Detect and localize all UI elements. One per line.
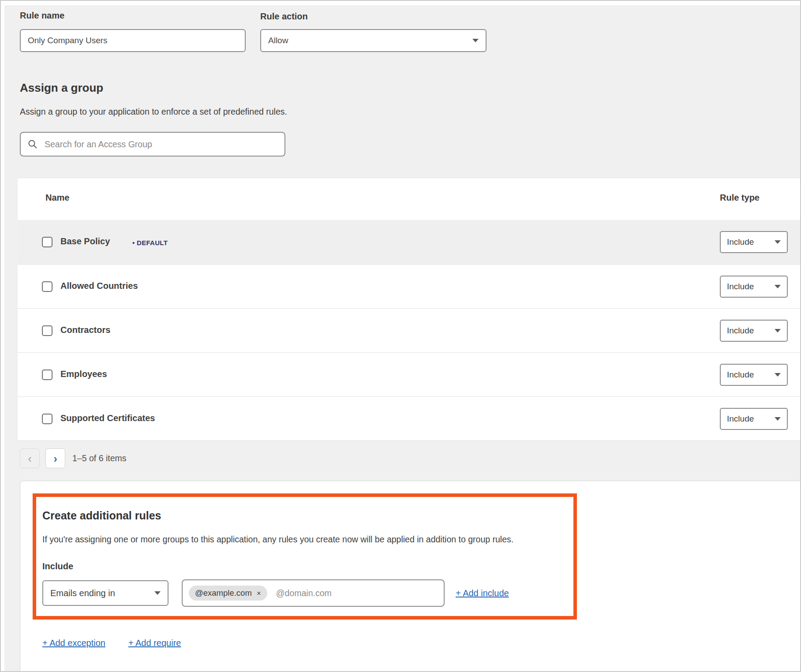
add-exception-link[interactable]: + Add exception (42, 638, 105, 648)
highlight-box: Create additional rules If you're assign… (33, 493, 577, 620)
domain-chip[interactable]: @example.com× (189, 586, 267, 601)
include-label: Include (42, 561, 565, 571)
assign-group-heading: Assign a group (20, 81, 103, 95)
rule-type-dropdown[interactable]: Include (720, 408, 788, 430)
rule-action-value: Allow (268, 36, 288, 45)
table-row[interactable]: Base Policy DEFAULT Include (18, 220, 800, 264)
group-name: Base Policy (60, 236, 110, 246)
group-name: Employees (60, 369, 107, 379)
search-input[interactable] (44, 139, 277, 150)
add-include-link[interactable]: + Add include (456, 588, 509, 598)
chevron-right-icon: › (53, 453, 57, 464)
table-row[interactable]: Employees Include (18, 352, 800, 396)
access-group-search[interactable] (20, 132, 285, 157)
rule-action-dropdown[interactable]: Allow (260, 29, 487, 52)
previous-page-button[interactable]: ‹ (20, 448, 40, 468)
row-checkbox[interactable] (42, 237, 52, 247)
rule-type-value: Include (727, 326, 754, 336)
pagination-label: 1–5 of 6 items (72, 453, 126, 463)
rule-type-value: Include (727, 370, 754, 380)
chevron-down-icon (775, 240, 781, 244)
create-rules-panel: Create additional rules If you're assign… (20, 481, 801, 672)
create-rules-heading: Create additional rules (42, 509, 565, 522)
table-header: Name Rule type (18, 178, 800, 220)
table-row[interactable]: Supported Certificates Include (18, 396, 800, 441)
pagination: ‹ › 1–5 of 6 items (20, 448, 126, 468)
chevron-down-icon (775, 417, 781, 421)
rule-action-label: Rule action (260, 11, 308, 22)
next-page-button[interactable]: › (45, 448, 65, 468)
group-name: Supported Certificates (60, 413, 155, 423)
screenshot-frame: Rule name Rule action Allow Assign a gro… (0, 0, 801, 672)
default-badge: DEFAULT (132, 239, 168, 246)
email-domain-input[interactable]: @example.com× (182, 579, 445, 607)
rule-type-dropdown[interactable]: Include (720, 231, 788, 253)
rule-type-value: Include (727, 414, 754, 424)
chevron-down-icon (472, 39, 479, 42)
domain-text-input[interactable] (275, 588, 438, 599)
chevron-down-icon (775, 373, 781, 377)
assign-group-description: Assign a group to your application to en… (20, 107, 287, 117)
chevron-left-icon: ‹ (28, 453, 32, 464)
rule-type-value: Include (727, 282, 754, 291)
rule-type-value: Include (727, 237, 754, 247)
condition-value: Emails ending in (50, 588, 115, 598)
column-header-name: Name (45, 193, 69, 203)
table-row[interactable]: Allowed Countries Include (18, 264, 800, 308)
rule-type-dropdown[interactable]: Include (720, 320, 788, 342)
group-table-body: Base Policy DEFAULT Include Allowed Coun… (18, 220, 800, 441)
table-row[interactable]: Contractors Include (18, 308, 800, 352)
row-checkbox[interactable] (42, 281, 52, 292)
rule-type-dropdown[interactable]: Include (720, 276, 788, 298)
create-rules-description: If you're assigning one or more groups t… (42, 534, 565, 545)
rule-name-label: Rule name (20, 11, 64, 21)
chevron-down-icon (154, 591, 161, 595)
condition-dropdown[interactable]: Emails ending in (42, 580, 168, 606)
close-icon[interactable]: × (257, 590, 261, 597)
row-checkbox[interactable] (42, 370, 52, 380)
chevron-down-icon (775, 285, 781, 288)
add-require-link[interactable]: + Add require (128, 638, 181, 648)
chevron-down-icon (775, 329, 781, 332)
rule-name-input[interactable] (20, 29, 246, 52)
page-background: Rule name Rule action Allow Assign a gro… (4, 5, 800, 671)
row-checkbox[interactable] (42, 325, 52, 336)
group-name: Allowed Countries (60, 281, 138, 291)
column-header-rule-type: Rule type (720, 193, 760, 203)
group-name: Contractors (60, 325, 110, 335)
domain-chip-label: @example.com (195, 588, 252, 598)
search-icon (28, 139, 37, 149)
rule-links: + Add exception + Add require (42, 638, 181, 648)
row-checkbox[interactable] (42, 414, 52, 424)
include-rule-row: Emails ending in @example.com× + Add inc… (42, 579, 565, 607)
access-group-table: Name Rule type Base Policy DEFAULT Inclu… (18, 178, 800, 441)
rule-type-dropdown[interactable]: Include (720, 364, 788, 386)
